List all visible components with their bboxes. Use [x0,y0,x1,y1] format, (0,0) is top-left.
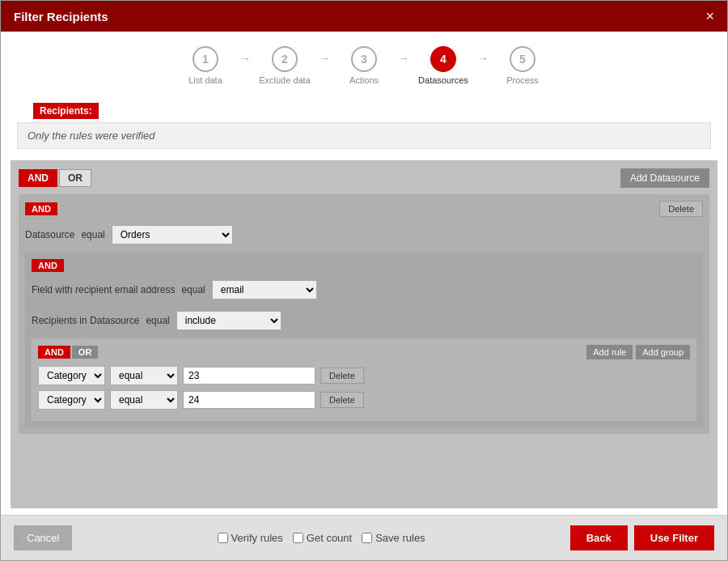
step-circle-4: 4 [430,46,456,72]
rule-operator-0[interactable]: equal not equal contains [110,366,178,385]
outer-block-header: AND Delete [25,201,703,217]
rules-or-button[interactable]: OR [72,346,99,359]
get-count-label: Get count [307,532,352,544]
outer-delete-button[interactable]: Delete [659,201,703,217]
outer-block: AND Delete Datasource equal Orders Custo… [19,194,709,434]
save-rules-checkbox[interactable] [362,533,372,543]
top-logic-btns: AND OR [19,169,91,187]
step-label-4: Datasources [418,75,468,85]
back-button[interactable]: Back [570,525,628,550]
wizard-step-2: 2 Exclude data [252,46,317,85]
wizard-step-5: 5 Process [490,46,555,85]
arrow-3: → [398,52,409,65]
rules-header: AND OR Add rule Add group [38,345,690,359]
rules-block: AND OR Add rule Add group Category [32,338,696,421]
inner-block-header: AND [32,259,696,272]
inner-block: AND Field with recipient email address e… [25,253,703,427]
rules-action-btns: Add rule Add group [586,345,690,359]
step-circle-1: 1 [193,46,218,72]
step-circle-3: 3 [351,46,377,72]
step-label-2: Exclude data [259,75,311,85]
rule-field-0[interactable]: Category Name ID [38,366,105,385]
close-button[interactable]: × [705,9,714,23]
arrow-4: → [477,52,489,65]
arrow-1: → [239,52,251,65]
verify-rules-item[interactable]: Verify rules [218,532,283,544]
modal-title: Filter Recipients [14,10,108,23]
recipients-label: Recipients: [33,103,99,119]
email-equal-label: equal [181,284,205,295]
step-label-5: Process [506,75,539,85]
datasource-label: Datasource [25,229,74,240]
step-label-1: List data [188,75,222,85]
email-field-label: Field with recipient email address [32,284,175,295]
outer-and-button[interactable]: AND [25,202,57,215]
get-count-checkbox[interactable] [293,533,303,543]
rule-delete-1[interactable]: Delete [320,392,364,408]
add-group-button[interactable]: Add group [636,345,690,359]
modal-footer: Cancel Verify rules Get count Save rules… [1,515,727,560]
save-rules-label: Save rules [375,532,425,544]
modal-header: Filter Recipients × [1,1,727,32]
filter-recipients-modal: Filter Recipients × 1 List data → 2 Excl… [0,0,728,561]
filter-area: AND OR Add Datasource AND Delete Datasou… [11,160,717,508]
top-logic-row: AND OR Add Datasource [19,168,709,188]
footer-actions: Verify rules Get count Save rules [218,532,425,544]
rule-value-1[interactable] [183,391,315,409]
email-field-row: Field with recipient email address equal… [32,277,696,303]
inner-and-button[interactable]: AND [32,259,64,272]
rule-value-0[interactable] [183,367,315,385]
recipients-notice: Only the rules were verified [17,122,711,149]
footer-right: Back Use Filter [570,525,714,550]
wizard-steps: 1 List data → 2 Exclude data → 3 Actions… [1,32,727,93]
step-circle-2: 2 [272,46,298,72]
modal-body: 1 List data → 2 Exclude data → 3 Actions… [1,32,727,515]
rules-logic-btns: AND OR [38,346,98,359]
save-rules-item[interactable]: Save rules [362,532,425,544]
wizard-step-1: 1 List data [173,46,238,85]
footer-left: Cancel [14,525,72,550]
rules-and-button[interactable]: AND [38,346,70,359]
recipients-in-equal: equal [146,315,169,326]
wizard-step-3: 3 Actions [332,46,396,85]
verify-rules-checkbox[interactable] [218,533,228,543]
rule-field-1[interactable]: Category Name ID [38,390,105,410]
wizard-step-4: 4 Datasources [411,46,476,85]
verify-rules-label: Verify rules [231,532,283,544]
recipients-in-row: Recipients in Datasource equal include e… [32,308,696,334]
add-datasource-button[interactable]: Add Datasource [620,168,709,188]
cancel-button[interactable]: Cancel [14,525,72,550]
use-filter-button[interactable]: Use Filter [634,525,714,550]
add-rule-button[interactable]: Add rule [586,345,633,359]
rule-operator-1[interactable]: equal not equal contains [110,390,178,410]
recipients-in-label: Recipients in Datasource [32,315,139,326]
datasource-equal-label: equal [81,229,104,240]
top-or-button[interactable]: OR [59,169,91,187]
rule-row-0: Category Name ID equal not equal contain… [38,366,690,385]
step-label-3: Actions [349,75,379,85]
rule-delete-0[interactable]: Delete [320,368,364,384]
get-count-item[interactable]: Get count [293,532,352,544]
top-and-button[interactable]: AND [19,169,57,187]
datasource-select[interactable]: Orders Customers Products [112,225,233,244]
rule-row-1: Category Name ID equal not equal contain… [38,390,690,410]
datasource-row: Datasource equal Orders Customers Produc… [25,222,703,248]
step-circle-5: 5 [510,46,535,72]
arrow-2: → [319,52,330,65]
email-field-select[interactable]: email email_address [212,280,317,300]
recipients-in-select[interactable]: include exclude [176,311,281,330]
